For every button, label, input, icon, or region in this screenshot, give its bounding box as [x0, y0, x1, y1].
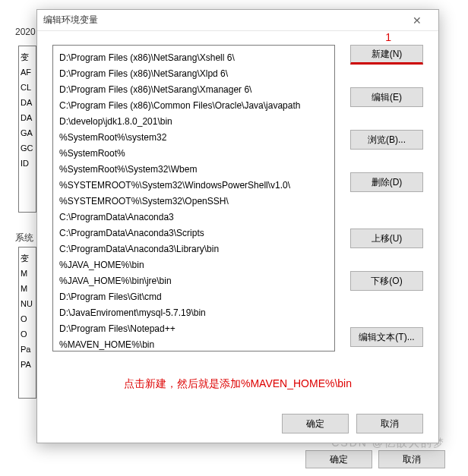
list-item[interactable]: %SystemRoot%\system32 [59, 130, 328, 146]
list-item[interactable]: %SYSTEMROOT%\System32\OpenSSH\ [59, 194, 328, 210]
list-item[interactable]: C:\Program Files (x86)\Common Files\Orac… [59, 98, 328, 114]
list-item[interactable]: D:\develop\jdk1.8.0_201\bin [59, 114, 328, 130]
bg-footer-buttons: 确定 取消 [305, 450, 445, 468]
list-item[interactable]: C:\ProgramData\Anaconda3 [59, 210, 328, 225]
list-item[interactable]: D:\Program Files (x86)\NetSarang\Xshell … [59, 50, 328, 66]
bg-sys-label: 系统 [15, 232, 33, 244]
list-item[interactable]: %JAVA_HOME%\bin\jre\bin [59, 273, 328, 289]
list-item[interactable]: %JAVA_HOME%\bin [59, 257, 328, 273]
new-button[interactable]: 新建(N) [350, 45, 423, 65]
list-item[interactable]: D:\JavaEnviroment\mysql-5.7.19\bin [59, 305, 328, 321]
list-item[interactable]: C:\ProgramData\Anaconda3\Scripts [59, 225, 328, 241]
bg-year: 2020 [15, 27, 36, 37]
list-item[interactable]: D:\Program Files (x86)\NetSarang\Xlpd 6\ [59, 66, 328, 82]
edit-button[interactable]: 编辑(E) [350, 87, 423, 107]
delete-button[interactable]: 删除(D) [350, 172, 423, 192]
browse-button[interactable]: 浏览(B)... [350, 130, 423, 150]
annotation-text: 点击新建，然后就是添加%MAVEN_HOME%\bin [52, 377, 423, 391]
dialog-footer: 确定 取消 [52, 411, 423, 433]
move-up-button[interactable]: 上移(U) [350, 229, 423, 248]
list-item[interactable]: D:\Program Files (x86)\NetSarang\Xmanage… [59, 82, 328, 98]
path-listbox[interactable]: D:\Program Files (x86)\NetSarang\Xshell … [52, 45, 335, 351]
bg-cancel-button[interactable]: 取消 [378, 450, 445, 468]
list-item[interactable]: %SystemRoot%\System32\Wbem [59, 162, 328, 178]
list-item[interactable]: D:\Program Files\Git\cmd [59, 289, 328, 305]
bg-lower-list: 变 M M NU O O Pa PA [18, 247, 36, 399]
cancel-button[interactable]: 取消 [356, 414, 423, 433]
bg-ok-button[interactable]: 确定 [305, 450, 372, 468]
list-item[interactable]: C:\ProgramData\Anaconda3\Library\bin [59, 241, 328, 257]
bg-upper-list: 变 AF CL DA DA GA GC ID [18, 46, 36, 213]
annotation-1: 1 [385, 31, 391, 43]
edit-text-button[interactable]: 编辑文本(T)... [350, 327, 423, 347]
close-icon[interactable]: ✕ [402, 14, 432, 27]
list-item[interactable]: %SYSTEMROOT%\System32\WindowsPowerShell\… [59, 178, 328, 194]
dialog-title: 编辑环境变量 [43, 14, 98, 27]
button-column: 1 新建(N) 编辑(E) 浏览(B)... 删除(D) 上移(U) 下移(O)… [350, 45, 423, 351]
ok-button[interactable]: 确定 [282, 414, 349, 433]
list-item[interactable]: D:\Program Files\Notepad++ [59, 321, 328, 337]
list-item[interactable]: %SystemRoot% [59, 146, 328, 162]
list-item-selected[interactable]: %MAVEN_HOME%\bin [59, 337, 154, 351]
move-down-button[interactable]: 下移(O) [350, 271, 423, 291]
titlebar[interactable]: 编辑环境变量 ✕ [37, 10, 438, 31]
edit-env-var-dialog: 编辑环境变量 ✕ D:\Program Files (x86)\NetSaran… [36, 9, 439, 443]
